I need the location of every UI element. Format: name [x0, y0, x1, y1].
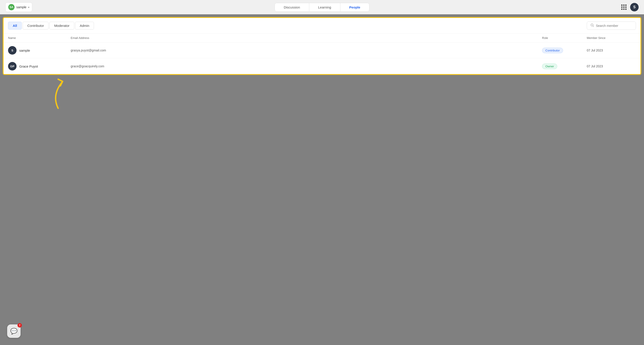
col-header-name: Name [8, 36, 71, 40]
tab-people[interactable]: People [340, 3, 369, 12]
nav-tabs: Discussion Learning People [274, 3, 370, 12]
col-header-member-since: Member Since [587, 36, 636, 40]
main-content: All Contributor Moderator Admin Name Ema [0, 14, 644, 78]
workspace-avatar: SA [8, 4, 14, 10]
chat-icon: 💬 [10, 328, 18, 335]
user-avatar-nav[interactable]: S [630, 3, 639, 12]
filter-tabs: All Contributor Moderator Admin [8, 22, 94, 30]
chevron-down-icon: ▾ [28, 6, 29, 9]
table-header: Name Email Address Role Member Since [4, 34, 640, 43]
table-row[interactable]: S sample grasya.puyot@gmail.com Contribu… [4, 43, 640, 58]
avatar: S [8, 46, 16, 55]
filter-tab-all[interactable]: All [8, 22, 22, 30]
search-input[interactable] [596, 24, 632, 28]
role-badge: Owner [542, 64, 557, 69]
members-table: Name Email Address Role Member Since S s… [4, 34, 640, 74]
date-cell: 07 Jul 2023 [587, 65, 636, 68]
email-cell: grace@goacquirely.com [71, 65, 542, 68]
role-cell: Owner [542, 64, 587, 69]
role-cell: Contributor [542, 48, 587, 53]
people-panel: All Contributor Moderator Admin Name Ema [3, 17, 641, 75]
tab-discussion[interactable]: Discussion [275, 3, 309, 12]
col-header-email: Email Address [71, 36, 542, 40]
arrow-annotation [45, 77, 72, 113]
filter-tab-moderator[interactable]: Moderator [50, 22, 74, 30]
filter-tab-admin[interactable]: Admin [75, 22, 94, 30]
member-name: Grace Puyot [19, 65, 38, 68]
date-cell: 07 Jul 2023 [587, 49, 636, 52]
member-name: sample [19, 49, 30, 52]
panel-header: All Contributor Moderator Admin [4, 18, 640, 34]
filter-tab-contributor[interactable]: Contributor [22, 22, 48, 30]
member-name-cell: S sample [8, 46, 71, 55]
role-badge: Contributor [542, 48, 563, 53]
chat-badge: 7 [18, 323, 22, 327]
chat-widget[interactable]: 💬 7 [7, 324, 20, 338]
search-box [587, 22, 636, 30]
nav-right: S [621, 3, 639, 12]
col-header-role: Role [542, 36, 587, 40]
grid-icon[interactable] [621, 5, 626, 10]
workspace-name: sample [16, 5, 26, 9]
workspace-selector[interactable]: SA sample ▾ [5, 3, 32, 12]
svg-line-1 [593, 26, 594, 27]
table-row[interactable]: GP Grace Puyot grace@goacquirely.com Own… [4, 58, 640, 74]
tab-learning[interactable]: Learning [309, 3, 340, 12]
member-name-cell: GP Grace Puyot [8, 62, 71, 71]
search-icon [590, 24, 594, 28]
avatar: GP [8, 62, 16, 71]
email-cell: grasya.puyot@gmail.com [71, 49, 542, 52]
top-navigation: SA sample ▾ Discussion Learning People S [0, 0, 644, 14]
